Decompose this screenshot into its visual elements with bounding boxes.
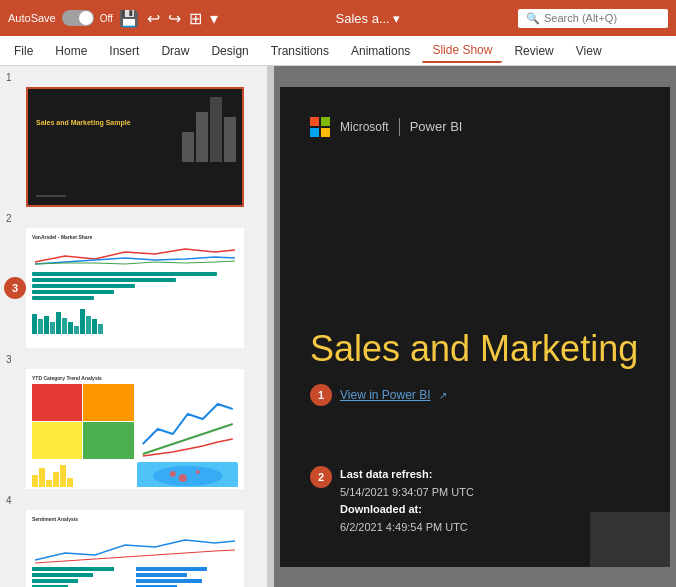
thumb2-linechart [32,244,238,266]
downloaded-label: Downloaded at: [340,503,422,515]
undo-icon[interactable]: ↩ [147,9,160,28]
dropdown-icon[interactable]: ▾ [210,9,218,28]
slide-row-3: 3 YTD Category Trend Analysis [4,354,263,489]
data-info-text: Last data refresh: 5/14/2021 9:34:07 PM … [340,466,474,536]
slide-number-2: 2 [4,213,263,224]
thumb3-barchart [32,462,134,489]
table-icon[interactable]: ⊞ [189,9,202,28]
thumb3-linechart [137,384,239,459]
thumb4-linechart [32,525,238,565]
slide-row-1: 1 Sales and Marketing Sample [4,72,263,207]
doc-title: Sales a... ▾ [224,11,512,26]
last-refresh-label: Last data refresh: [340,468,432,480]
ribbon-draw[interactable]: Draw [151,40,199,62]
autosave-toggle[interactable] [62,10,94,26]
ribbon-design[interactable]: Design [201,40,258,62]
thumb2-hbars [32,272,238,300]
ribbon-slideshow[interactable]: Slide Show [422,39,502,63]
brand-divider [399,118,400,136]
toggle-knob [79,11,93,25]
slide-main: Microsoft Power BI Sales and Marketing 1… [280,87,670,567]
svg-point-1 [169,471,175,477]
thumb1-subtext [36,195,66,197]
slide-thumb-2[interactable]: VanArsdel - Market Share [26,228,244,348]
ribbon-transitions[interactable]: Transitions [261,40,339,62]
powerbi-text: Power BI [410,119,463,134]
slide-thumb-container-1: Sales and Marketing Sample [4,87,263,207]
corner-block [590,512,670,567]
autosave-label: AutoSave [8,12,56,24]
thumb3-treemap [32,384,134,459]
ms-logo-red [310,117,319,126]
slide-thumb-1[interactable]: Sales and Marketing Sample [26,87,244,207]
thumb3-map [137,462,239,489]
slide-badge-2: 3 [4,277,26,299]
search-input[interactable] [544,12,654,24]
ribbon-file[interactable]: File [4,40,43,62]
ms-logo-blue [310,128,319,137]
title-bar-left: AutoSave Off 💾 ↩ ↪ ⊞ ▾ [8,9,218,28]
off-label: Off [100,13,113,24]
slide-row-2: 2 3 VanArsdel - Market Share [4,213,263,348]
last-refresh-value: 5/14/2021 9:34:07 PM UTC [340,486,474,498]
slide-thumb-3[interactable]: YTD Category Trend Analysis [26,369,244,489]
slide-thumb-4[interactable]: Sentiment Analysis [26,510,244,587]
ribbon: File Home Insert Draw Design Transitions… [0,36,676,66]
toolbar-icons: 💾 ↩ ↪ ⊞ ▾ [119,9,218,28]
thumb4-title: Sentiment Analysis [32,516,238,522]
save-icon[interactable]: 💾 [119,9,139,28]
redo-icon[interactable]: ↪ [168,9,181,28]
view-powerbi-link[interactable]: View in Power BI [340,388,431,402]
slide-number-3: 3 [4,354,263,365]
slide-main-title: Sales and Marketing [310,329,640,369]
thumb3-title: YTD Category Trend Analysis [32,375,238,381]
slide-thumb-container-4: Sentiment Analysis [4,510,263,587]
title-bar: AutoSave Off 💾 ↩ ↪ ⊞ ▾ Sales a... ▾ 🔍 [0,0,676,36]
search-box[interactable]: 🔍 [518,9,668,28]
brand-row: Microsoft Power BI [310,117,640,137]
thumb4-hbars [32,567,238,587]
thumb2-clustered [32,306,238,334]
thumb3-content [32,384,238,459]
slide-number-4: 4 [4,495,263,506]
search-icon: 🔍 [526,12,540,25]
external-link-icon: ↗ [439,390,447,401]
badge-1: 1 [310,384,332,406]
main-area: 1 Sales and Marketing Sample [0,66,676,587]
ribbon-insert[interactable]: Insert [99,40,149,62]
ms-logo-green [321,117,330,126]
thumb3-bottom [32,462,238,489]
slide-panel: 1 Sales and Marketing Sample [0,66,268,587]
ribbon-home[interactable]: Home [45,40,97,62]
badge-2: 2 [310,466,332,488]
ribbon-animations[interactable]: Animations [341,40,420,62]
slide-row-4: 4 Sentiment Analysis [4,495,263,587]
ms-logo-yellow [321,128,330,137]
svg-point-0 [152,466,222,486]
view-powerbi-row: 1 View in Power BI ↗ [310,384,640,406]
thumb2-header: VanArsdel - Market Share [32,234,238,240]
microsoft-text: Microsoft [340,120,389,134]
svg-point-2 [195,470,199,474]
main-content: Microsoft Power BI Sales and Marketing 1… [274,66,676,587]
microsoft-logo [310,117,330,137]
thumb1-title: Sales and Marketing Sample [36,119,131,126]
downloaded-value: 6/2/2021 4:49:54 PM UTC [340,521,468,533]
ribbon-review[interactable]: Review [504,40,563,62]
thumb1-bars [182,97,236,162]
slide-number-1: 1 [4,72,263,83]
ribbon-view[interactable]: View [566,40,612,62]
slide-thumb-container-3: YTD Category Trend Analysis [4,369,263,489]
svg-point-3 [178,474,186,482]
slide-thumb-container-2: 3 VanArsdel - Market Share [4,228,263,348]
